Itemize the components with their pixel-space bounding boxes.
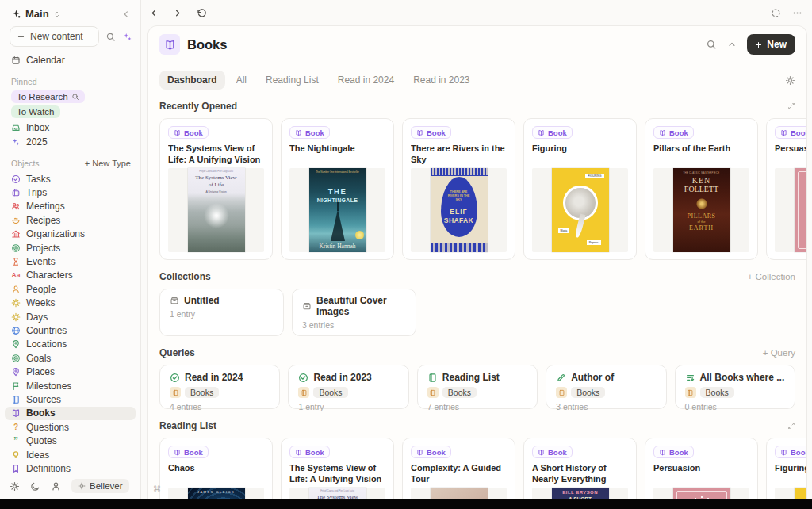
pinned-label: To Research (17, 92, 68, 101)
shortcut-hint-icon[interactable]: ⌘ (152, 484, 162, 493)
open-book-icon (416, 449, 423, 456)
sidebar-item-places[interactable]: Places (5, 365, 136, 378)
page-search-icon[interactable] (706, 39, 717, 50)
sidebar-item-events[interactable]: Events (5, 254, 136, 268)
expand-icon[interactable] (787, 102, 795, 110)
sidebar-item-calendar[interactable]: Calendar (0, 53, 140, 67)
book-type-badge: Book (289, 126, 330, 139)
collapse-header-icon[interactable] (727, 40, 737, 49)
sidebar-item-definitions[interactable]: Definitions (5, 461, 136, 474)
content-card: Books New DashboardAllReading ListRead i… (147, 25, 807, 499)
expand-icon[interactable] (787, 422, 795, 430)
profile-person-icon[interactable] (51, 481, 61, 492)
query-name: All Books where ... (700, 372, 785, 383)
query-card-author-of[interactable]: Author ofBooks3 entries (546, 365, 666, 409)
tab-dashboard[interactable]: Dashboard (159, 71, 225, 90)
book-card-the-systems-view-of-life-a-unifying-vision[interactable]: BookThe Systems View of Life: A Unifying… (281, 438, 394, 499)
main-area: Books New DashboardAllReading ListRead i… (141, 0, 812, 499)
sidebar-item-books[interactable]: Books (5, 407, 136, 420)
pinned-item-inbox[interactable]: Inbox (0, 121, 140, 135)
add-query-button[interactable]: + Query (763, 348, 795, 358)
space-switcher-icon[interactable] (53, 10, 61, 18)
sidebar-item-label: Days (26, 312, 48, 323)
reading-list-cards: BookChaosJAMES GLEICKCHAOSBookThe System… (159, 438, 795, 499)
tab-read-in-2024[interactable]: Read in 2024 (330, 71, 402, 90)
sidebar-item-goals[interactable]: Goals (5, 351, 136, 365)
book-type-badge: Book (289, 446, 330, 458)
sync-status-icon[interactable] (771, 8, 781, 18)
tab-read-in-2023[interactable]: Read in 2023 (405, 71, 477, 90)
dark-mode-moon-icon[interactable] (30, 481, 40, 492)
entry-count: 1 entry (298, 402, 398, 411)
sidebar-item-people[interactable]: People (5, 282, 136, 296)
book-card-figuring[interactable]: BookFiguringFIGURINGMariaPopova (766, 438, 807, 499)
book-card-figuring[interactable]: BookFiguringFIGURINGMariaPopova (523, 118, 637, 260)
book-card-a-short-history-of-nearly-everything[interactable]: BookA Short History of Nearly Everything… (523, 438, 637, 499)
collection-card-untitled[interactable]: Untitled1 entry (159, 289, 284, 336)
bottom-bar (0, 499, 812, 509)
sidebar-item-questions[interactable]: ?Questions (5, 420, 136, 434)
more-menu-icon[interactable] (792, 8, 802, 18)
sidebar-item-trips[interactable]: Trips (5, 186, 136, 199)
book-card-chaos[interactable]: BookChaosJAMES GLEICKCHAOS (159, 438, 273, 499)
pinned-item-to-watch[interactable]: To Watch (11, 105, 60, 118)
tab-all[interactable]: All (228, 71, 255, 90)
sidebar-item-label: Countries (26, 325, 67, 336)
sidebar-collapse-icon[interactable] (121, 10, 131, 19)
sidebar-item-label: Projects (26, 243, 60, 254)
book-cover: FIGURINGMariaPopova (775, 488, 807, 499)
sidebar-item-quotes[interactable]: ”Quotes (5, 434, 136, 447)
forward-button[interactable] (170, 8, 181, 18)
sidebar-item-meetings[interactable]: Meetings (5, 200, 136, 213)
book-card-pillars-of-the-earth[interactable]: BookPillars of the EarthTHE CLASSIC MAST… (645, 118, 758, 260)
space-header[interactable]: Main (0, 6, 140, 25)
book-card-the-nightingale[interactable]: BookThe NightingaleThe Number One Intern… (281, 118, 394, 260)
new-content-button[interactable]: New content (10, 26, 99, 47)
pinned-item-2025[interactable]: 2025 (0, 135, 140, 149)
new-type-button[interactable]: + New Type (85, 159, 131, 168)
calendar-icon (11, 55, 21, 65)
query-card-reading-list[interactable]: Reading ListBooks7 entries (417, 365, 538, 409)
book-card-persuasion[interactable]: BookPersuasionPersuasion (645, 438, 758, 499)
sidebar-item-sources[interactable]: Sources (5, 392, 136, 406)
type-chip (685, 387, 696, 398)
sidebar-item-projects[interactable]: Projects (5, 241, 136, 254)
sidebar-item-weeks[interactable]: Weeks (5, 297, 136, 310)
query-card-read-in-2024[interactable]: Read in 2024Books4 entries (159, 365, 280, 409)
settings-gear-icon[interactable] (10, 481, 20, 492)
sidebar-item-organizations[interactable]: Organizations (5, 228, 136, 241)
cover-text: Fritjof Capra and Pier Luigi Luisi (309, 490, 366, 493)
tab-reading-list[interactable]: Reading List (258, 71, 327, 90)
query-card-all-books-where[interactable]: All Books where ...Books0 entries (675, 365, 795, 409)
pinned-item-to-research[interactable]: To Research (11, 90, 85, 103)
membership-badge[interactable]: Believer (71, 479, 129, 493)
view-settings-gear-icon[interactable] (785, 75, 795, 86)
book-card-there-are-rivers-in-the-sky[interactable]: BookThere are Rivers in the SkyTHERE ARE… (402, 118, 515, 260)
book-cover-art: Fritjof Capra and Pier Luigi LuisiThe Sy… (309, 488, 366, 499)
ai-sparkle-icon[interactable] (122, 32, 132, 42)
back-button[interactable] (151, 8, 161, 18)
query-card-read-in-2023[interactable]: Read in 2023Books1 entry (288, 365, 408, 409)
sidebar-item-recipes[interactable]: Recipes (5, 213, 136, 227)
book-card-the-systems-view-of-life-a-unifying-vision[interactable]: BookThe Systems View of Life: A Unifying… (159, 118, 273, 260)
book-card-complexity-a-guided-tour[interactable]: BookComplexity: A Guided TourCOMPLEXITYA… (402, 438, 515, 499)
sidebar-item-days[interactable]: Days (5, 310, 136, 323)
sidebar-item-milestones[interactable]: Milestones (5, 379, 136, 392)
collection-card-beautiful-cover-images[interactable]: Beautiful Cover Images3 entries (292, 289, 416, 336)
new-object-button[interactable]: New (747, 34, 795, 55)
svg-text:”: ” (13, 436, 18, 446)
sidebar-item-label: Recipes (26, 215, 60, 226)
history-icon[interactable] (197, 8, 207, 18)
sidebar-item-ideas[interactable]: Ideas (5, 448, 136, 461)
entry-count: 3 entries (556, 402, 656, 411)
add-collection-button[interactable]: + Collection (748, 272, 795, 281)
search-icon[interactable] (105, 32, 116, 42)
query-cards: Read in 2024Books4 entriesRead in 2023Bo… (159, 365, 795, 409)
sidebar-item-locations[interactable]: Locations (5, 338, 136, 351)
sidebar-item-tasks[interactable]: Tasks (5, 172, 136, 186)
book-card-persuasion[interactable]: BookPersuasionPersuasion (766, 118, 807, 260)
type-pill: Books (571, 387, 605, 398)
sidebar-item-countries[interactable]: Countries (5, 323, 136, 337)
cover-decoration (331, 209, 345, 241)
sidebar-item-characters[interactable]: AaCharacters (5, 269, 136, 282)
